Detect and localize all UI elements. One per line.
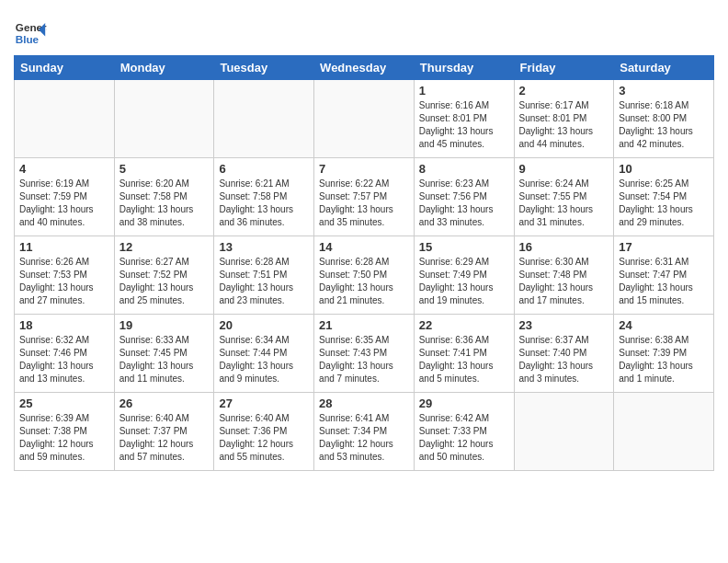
day-number: 21 bbox=[319, 318, 409, 332]
weekday-header-thursday: Thursday bbox=[414, 56, 514, 80]
day-info: Sunrise: 6:16 AM Sunset: 8:01 PM Dayligh… bbox=[419, 99, 509, 151]
calendar-week-3: 11Sunrise: 6:26 AM Sunset: 7:53 PM Dayli… bbox=[15, 236, 714, 315]
day-number: 24 bbox=[619, 318, 709, 332]
weekday-header-friday: Friday bbox=[514, 56, 614, 80]
svg-text:Blue: Blue bbox=[16, 33, 40, 45]
calendar-cell: 16Sunrise: 6:30 AM Sunset: 7:48 PM Dayli… bbox=[514, 236, 614, 315]
day-number: 25 bbox=[19, 396, 109, 410]
day-info: Sunrise: 6:21 AM Sunset: 7:58 PM Dayligh… bbox=[219, 178, 309, 229]
weekday-header-monday: Monday bbox=[114, 56, 214, 80]
day-number: 4 bbox=[19, 162, 109, 176]
calendar-week-4: 18Sunrise: 6:32 AM Sunset: 7:46 PM Dayli… bbox=[15, 315, 714, 393]
day-number: 12 bbox=[119, 240, 210, 254]
day-number: 29 bbox=[419, 396, 509, 410]
day-info: Sunrise: 6:30 AM Sunset: 7:48 PM Dayligh… bbox=[519, 256, 609, 307]
calendar-cell: 3Sunrise: 6:18 AM Sunset: 8:00 PM Daylig… bbox=[614, 80, 714, 158]
day-number: 19 bbox=[119, 318, 210, 332]
day-number: 27 bbox=[219, 396, 309, 410]
day-number: 20 bbox=[219, 318, 309, 332]
calendar-cell: 6Sunrise: 6:21 AM Sunset: 7:58 PM Daylig… bbox=[214, 158, 314, 236]
logo-icon: General Blue bbox=[14, 15, 47, 48]
day-number: 16 bbox=[519, 240, 609, 254]
day-info: Sunrise: 6:41 AM Sunset: 7:34 PM Dayligh… bbox=[319, 412, 409, 464]
day-number: 22 bbox=[419, 318, 509, 332]
calendar-cell bbox=[614, 393, 714, 471]
calendar-cell: 1Sunrise: 6:16 AM Sunset: 8:01 PM Daylig… bbox=[414, 80, 514, 158]
calendar-cell: 27Sunrise: 6:40 AM Sunset: 7:36 PM Dayli… bbox=[214, 393, 314, 471]
day-info: Sunrise: 6:25 AM Sunset: 7:54 PM Dayligh… bbox=[619, 178, 709, 229]
day-number: 2 bbox=[519, 84, 609, 98]
day-number: 28 bbox=[319, 396, 409, 410]
day-info: Sunrise: 6:23 AM Sunset: 7:56 PM Dayligh… bbox=[419, 178, 509, 229]
calendar-cell: 29Sunrise: 6:42 AM Sunset: 7:33 PM Dayli… bbox=[414, 393, 514, 471]
weekday-header-wednesday: Wednesday bbox=[314, 56, 415, 80]
logo: General Blue bbox=[14, 15, 47, 48]
calendar-cell: 7Sunrise: 6:22 AM Sunset: 7:57 PM Daylig… bbox=[314, 158, 415, 236]
calendar-cell: 28Sunrise: 6:41 AM Sunset: 7:34 PM Dayli… bbox=[314, 393, 415, 471]
weekday-header-row: SundayMondayTuesdayWednesdayThursdayFrid… bbox=[15, 56, 714, 80]
day-number: 3 bbox=[619, 84, 709, 98]
day-info: Sunrise: 6:36 AM Sunset: 7:41 PM Dayligh… bbox=[419, 334, 509, 385]
calendar-cell: 14Sunrise: 6:28 AM Sunset: 7:50 PM Dayli… bbox=[314, 236, 415, 315]
weekday-header-saturday: Saturday bbox=[614, 56, 714, 80]
day-number: 13 bbox=[219, 240, 309, 254]
calendar-cell: 19Sunrise: 6:33 AM Sunset: 7:45 PM Dayli… bbox=[114, 315, 214, 393]
calendar-cell: 11Sunrise: 6:26 AM Sunset: 7:53 PM Dayli… bbox=[15, 236, 115, 315]
day-number: 6 bbox=[219, 162, 309, 176]
calendar-cell: 24Sunrise: 6:38 AM Sunset: 7:39 PM Dayli… bbox=[614, 315, 714, 393]
weekday-header-sunday: Sunday bbox=[15, 56, 115, 80]
day-info: Sunrise: 6:40 AM Sunset: 7:36 PM Dayligh… bbox=[219, 412, 309, 464]
day-info: Sunrise: 6:38 AM Sunset: 7:39 PM Dayligh… bbox=[619, 334, 709, 385]
calendar-cell: 18Sunrise: 6:32 AM Sunset: 7:46 PM Dayli… bbox=[15, 315, 115, 393]
day-number: 18 bbox=[19, 318, 109, 332]
calendar-cell: 20Sunrise: 6:34 AM Sunset: 7:44 PM Dayli… bbox=[214, 315, 314, 393]
calendar-cell: 2Sunrise: 6:17 AM Sunset: 8:01 PM Daylig… bbox=[514, 80, 614, 158]
calendar-cell bbox=[214, 80, 314, 158]
calendar-cell: 8Sunrise: 6:23 AM Sunset: 7:56 PM Daylig… bbox=[414, 158, 514, 236]
day-info: Sunrise: 6:24 AM Sunset: 7:55 PM Dayligh… bbox=[519, 178, 609, 229]
day-info: Sunrise: 6:35 AM Sunset: 7:43 PM Dayligh… bbox=[319, 334, 409, 385]
calendar-cell: 12Sunrise: 6:27 AM Sunset: 7:52 PM Dayli… bbox=[114, 236, 214, 315]
day-number: 8 bbox=[419, 162, 509, 176]
day-info: Sunrise: 6:39 AM Sunset: 7:38 PM Dayligh… bbox=[19, 412, 109, 464]
day-number: 7 bbox=[319, 162, 409, 176]
day-info: Sunrise: 6:26 AM Sunset: 7:53 PM Dayligh… bbox=[19, 256, 109, 307]
day-info: Sunrise: 6:18 AM Sunset: 8:00 PM Dayligh… bbox=[619, 99, 709, 151]
day-info: Sunrise: 6:31 AM Sunset: 7:47 PM Dayligh… bbox=[619, 256, 709, 307]
calendar-cell bbox=[514, 393, 614, 471]
calendar-cell: 4Sunrise: 6:19 AM Sunset: 7:59 PM Daylig… bbox=[15, 158, 115, 236]
weekday-header-tuesday: Tuesday bbox=[214, 56, 314, 80]
calendar-week-2: 4Sunrise: 6:19 AM Sunset: 7:59 PM Daylig… bbox=[15, 158, 714, 236]
calendar-cell: 23Sunrise: 6:37 AM Sunset: 7:40 PM Dayli… bbox=[514, 315, 614, 393]
day-number: 17 bbox=[619, 240, 709, 254]
day-number: 9 bbox=[519, 162, 609, 176]
day-info: Sunrise: 6:34 AM Sunset: 7:44 PM Dayligh… bbox=[219, 334, 309, 385]
day-info: Sunrise: 6:33 AM Sunset: 7:45 PM Dayligh… bbox=[119, 334, 210, 385]
day-info: Sunrise: 6:29 AM Sunset: 7:49 PM Dayligh… bbox=[419, 256, 509, 307]
day-number: 23 bbox=[519, 318, 609, 332]
calendar-cell: 22Sunrise: 6:36 AM Sunset: 7:41 PM Dayli… bbox=[414, 315, 514, 393]
calendar-week-1: 1Sunrise: 6:16 AM Sunset: 8:01 PM Daylig… bbox=[15, 80, 714, 158]
day-info: Sunrise: 6:20 AM Sunset: 7:58 PM Dayligh… bbox=[119, 178, 210, 229]
day-number: 26 bbox=[119, 396, 210, 410]
calendar-cell: 13Sunrise: 6:28 AM Sunset: 7:51 PM Dayli… bbox=[214, 236, 314, 315]
calendar-cell bbox=[114, 80, 214, 158]
day-info: Sunrise: 6:42 AM Sunset: 7:33 PM Dayligh… bbox=[419, 412, 509, 464]
calendar-cell: 15Sunrise: 6:29 AM Sunset: 7:49 PM Dayli… bbox=[414, 236, 514, 315]
calendar-cell: 21Sunrise: 6:35 AM Sunset: 7:43 PM Dayli… bbox=[314, 315, 415, 393]
day-info: Sunrise: 6:28 AM Sunset: 7:50 PM Dayligh… bbox=[319, 256, 409, 307]
day-number: 1 bbox=[419, 84, 509, 98]
day-number: 5 bbox=[119, 162, 210, 176]
day-number: 14 bbox=[319, 240, 409, 254]
calendar-cell bbox=[314, 80, 415, 158]
day-info: Sunrise: 6:22 AM Sunset: 7:57 PM Dayligh… bbox=[319, 178, 409, 229]
calendar-cell: 10Sunrise: 6:25 AM Sunset: 7:54 PM Dayli… bbox=[614, 158, 714, 236]
day-info: Sunrise: 6:17 AM Sunset: 8:01 PM Dayligh… bbox=[519, 99, 609, 151]
calendar-cell: 25Sunrise: 6:39 AM Sunset: 7:38 PM Dayli… bbox=[15, 393, 115, 471]
day-info: Sunrise: 6:27 AM Sunset: 7:52 PM Dayligh… bbox=[119, 256, 210, 307]
calendar-table: SundayMondayTuesdayWednesdayThursdayFrid… bbox=[14, 55, 714, 471]
day-info: Sunrise: 6:28 AM Sunset: 7:51 PM Dayligh… bbox=[219, 256, 309, 307]
day-info: Sunrise: 6:32 AM Sunset: 7:46 PM Dayligh… bbox=[19, 334, 109, 385]
day-info: Sunrise: 6:37 AM Sunset: 7:40 PM Dayligh… bbox=[519, 334, 609, 385]
calendar-cell: 5Sunrise: 6:20 AM Sunset: 7:58 PM Daylig… bbox=[114, 158, 214, 236]
